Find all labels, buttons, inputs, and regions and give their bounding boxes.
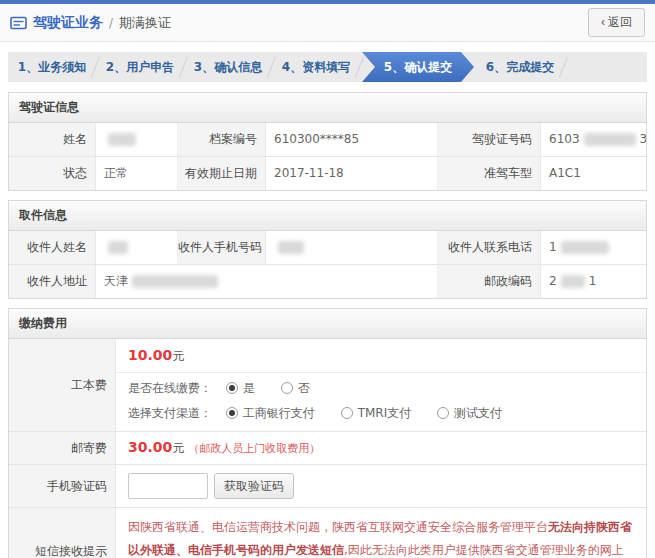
online-pay-no-radio[interactable] [281, 382, 293, 394]
page-title: 驾驶证业务 [33, 14, 103, 32]
channel-tmri-label: TMRI支付 [358, 406, 412, 420]
production-fee-row: 工本费 10.00元 是否在线缴费： 是 否 选择支付渠道： 工商银行支付 TM… [9, 339, 646, 431]
recipient-phone-label: 收件人联系电话 [438, 231, 541, 264]
online-pay-line: 是否在线缴费： 是 否 [116, 373, 646, 401]
online-pay-question: 是否在线缴费： [128, 381, 212, 395]
production-fee-unit: 元 [172, 349, 184, 363]
recipient-name-value [96, 231, 178, 264]
online-pay-yes-label: 是 [243, 381, 255, 395]
license-card-icon [10, 16, 27, 30]
pickup-row-2: 收件人地址 天津 邮政编码 21 [9, 264, 646, 298]
sms-code-content: 获取验证码 [116, 465, 646, 507]
recipient-name-redacted-blob [108, 241, 128, 254]
sms-code-row: 手机验证码 获取验证码 [9, 464, 646, 507]
pickup-row-1: 收件人姓名 收件人手机号码 收件人联系电话 1 [9, 231, 646, 264]
license-row-1: 姓名 档案编号 610300****85 驾驶证号码 61033163X [9, 123, 646, 156]
production-fee-amount: 10.00 [128, 347, 172, 363]
back-button[interactable]: ‹返回 [588, 8, 645, 37]
recipient-phone-value: 1 [541, 231, 646, 264]
back-chevron-icon: ‹ [601, 15, 605, 29]
page-header: 驾驶证业务 / 期满换证 ‹返回 [0, 4, 655, 42]
status-value: 正常 [96, 157, 178, 190]
online-pay-no-label: 否 [298, 381, 310, 395]
back-button-label: 返回 [608, 15, 632, 29]
mail-fee-label: 邮寄费 [9, 432, 116, 464]
sms-notice-part1: 因陕西省联通、电信运营商技术问题，陕西省互联网交通安全综合服务管理平台 [128, 520, 548, 534]
sms-notice-label: 短信接收提示 [9, 508, 116, 558]
license-number-value: 61033163X [541, 123, 646, 156]
online-pay-no-option[interactable]: 否 [281, 381, 310, 395]
valid-until-label: 有效期止日期 [178, 157, 266, 190]
recipient-address-prefix: 天津 [104, 274, 128, 288]
channel-test-label: 测试支付 [454, 406, 502, 420]
license-number-label: 驾驶证号码 [438, 123, 541, 156]
channel-test-radio[interactable] [437, 407, 449, 419]
license-row-2: 状态 正常 有效期止日期 2017-11-18 准驾车型 A1C1 [9, 156, 646, 190]
name-value [96, 123, 178, 156]
recipient-mobile-label: 收件人手机号码 [178, 231, 266, 264]
channel-icbc-label: 工商银行支付 [243, 406, 315, 420]
license-section-title: 驾驶证信息 [9, 93, 646, 123]
mail-fee-content: 30.00元（邮政人员上门收取费用） [116, 432, 646, 464]
recipient-phone-prefix: 1 [549, 240, 557, 254]
production-fee-content: 10.00元 是否在线缴费： 是 否 选择支付渠道： 工商银行支付 TMRI支付… [116, 339, 646, 431]
online-pay-yes-option[interactable]: 是 [226, 381, 255, 395]
production-fee-label: 工本费 [9, 339, 116, 431]
file-number-label: 档案编号 [178, 123, 266, 156]
zip-code-label: 邮政编码 [438, 265, 541, 298]
recipient-phone-redacted-blob [561, 241, 609, 254]
sms-notice-text: 因陕西省联通、电信运营商技术问题，陕西省互联网交通安全综合服务管理平台无法向持陕… [116, 508, 646, 558]
step-6-finish[interactable]: 6、完成提交 [476, 52, 564, 82]
recipient-name-label: 收件人姓名 [9, 231, 96, 264]
get-code-button[interactable]: 获取验证码 [214, 473, 294, 499]
step-2-declaration[interactable]: 2、用户申告 [96, 52, 184, 82]
recipient-mobile-redacted-blob [278, 241, 304, 254]
breadcrumb-current: 期满换证 [119, 14, 171, 32]
license-number-suffix: 3163X [640, 132, 646, 146]
channel-line: 选择支付渠道： 工商银行支付 TMRI支付 测试支付 [116, 401, 646, 431]
breadcrumb-separator: / [109, 16, 113, 30]
vehicle-type-label: 准驾车型 [438, 157, 541, 190]
mail-fee-note: （邮政人员上门收取费用） [188, 442, 320, 455]
online-pay-yes-radio[interactable] [226, 382, 238, 394]
license-number-redacted-blob [584, 133, 636, 146]
payment-section-title: 缴纳费用 [9, 309, 646, 339]
mail-fee-unit: 元 [172, 441, 184, 455]
channel-tmri-radio[interactable] [341, 407, 353, 419]
vehicle-type-value: A1C1 [541, 157, 646, 190]
license-info-section: 驾驶证信息 姓名 档案编号 610300****85 驾驶证号码 6103316… [8, 92, 647, 191]
step-4-fill-data[interactable]: 4、资料填写 [272, 52, 360, 82]
recipient-address-redacted-blob [132, 275, 218, 288]
zip-code-prefix: 2 [549, 274, 557, 288]
zip-code-suffix: 1 [589, 274, 597, 288]
pickup-section-title: 取件信息 [9, 201, 646, 231]
production-fee-amount-line: 10.00元 [116, 339, 646, 373]
sms-code-input[interactable] [128, 473, 208, 499]
channel-tmri-option[interactable]: TMRI支付 [341, 406, 412, 420]
license-number-prefix: 6103 [549, 132, 580, 146]
mail-fee-amount: 30.00 [128, 439, 172, 455]
recipient-address-value: 天津 [96, 265, 438, 298]
name-redacted-blob [108, 133, 136, 146]
zip-code-value: 21 [541, 265, 646, 298]
status-label: 状态 [9, 157, 96, 190]
step-progress-bar: 1、业务须知 2、用户申告 3、确认信息 4、资料填写 5、确认提交 6、完成提… [8, 52, 647, 82]
channel-question: 选择支付渠道： [128, 406, 212, 420]
mail-fee-row: 邮寄费 30.00元（邮政人员上门收取费用） [9, 431, 646, 464]
step-3-confirm-info[interactable]: 3、确认信息 [184, 52, 272, 82]
zip-code-redacted-blob [561, 275, 585, 288]
name-label: 姓名 [9, 123, 96, 156]
recipient-address-label: 收件人地址 [9, 265, 96, 298]
pickup-info-section: 取件信息 收件人姓名 收件人手机号码 收件人联系电话 1 收件人地址 天津 邮政… [8, 200, 647, 299]
channel-test-option[interactable]: 测试支付 [437, 406, 502, 420]
channel-icbc-option[interactable]: 工商银行支付 [226, 406, 315, 420]
file-number-value: 610300****85 [266, 123, 438, 156]
valid-until-value: 2017-11-18 [266, 157, 438, 190]
sms-code-label: 手机验证码 [9, 465, 116, 507]
step-5-confirm-submit-active[interactable]: 5、确认提交 [362, 52, 474, 82]
recipient-mobile-value [266, 231, 438, 264]
step-1-notice[interactable]: 1、业务须知 [8, 52, 96, 82]
sms-notice-row: 短信接收提示 因陕西省联通、电信运营商技术问题，陕西省互联网交通安全综合服务管理… [9, 507, 646, 558]
channel-icbc-radio[interactable] [226, 407, 238, 419]
payment-section: 缴纳费用 工本费 10.00元 是否在线缴费： 是 否 选择支付渠道： 工商银行… [8, 308, 647, 558]
